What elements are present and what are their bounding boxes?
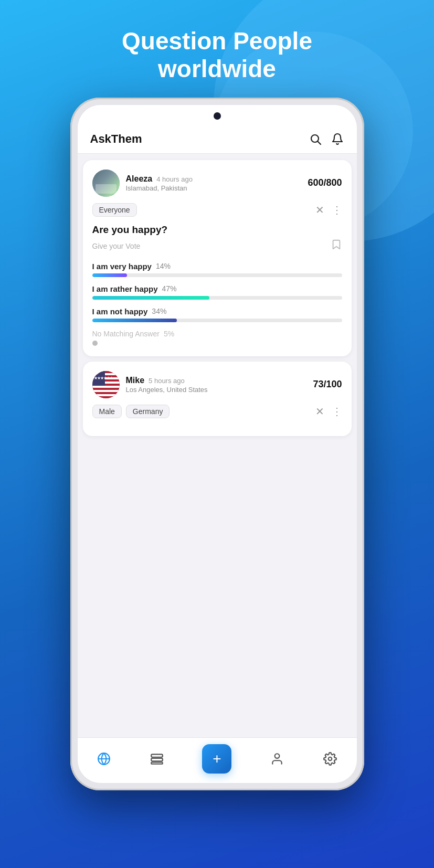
option-percent-1-1: 14% [156, 262, 171, 270]
user-name-1: Aleeza [126, 174, 153, 184]
tag-male[interactable]: Male [92, 405, 122, 418]
user-name-2: Mike [126, 376, 145, 385]
poll-options-1: I am very happy 14% I am rather happy 47… [92, 262, 342, 346]
progress-fill-1-2 [92, 296, 210, 300]
nav-profile[interactable] [270, 751, 284, 766]
user-location-2: Los Angeles, United States [126, 386, 208, 394]
nav-settings[interactable] [323, 751, 337, 766]
card-tags-1: Everyone ✕ ⋮ [92, 203, 342, 217]
card-header-1: Aleeza 4 hours ago Islamabad, Pakistan 6… [92, 170, 342, 197]
poll-option-1-3[interactable]: I am not happy 34% [92, 307, 342, 322]
settings-icon [323, 751, 337, 766]
no-match-percent: 5% [164, 330, 174, 338]
app-title: AskThem [90, 132, 142, 146]
globe-icon [97, 751, 111, 766]
add-button[interactable]: + [202, 744, 231, 774]
user-meta-2: Mike 5 hours ago Los Angeles, United Sta… [126, 376, 208, 394]
progress-bar-1-2 [92, 296, 342, 300]
svg-rect-4 [151, 754, 163, 757]
bell-icon[interactable] [331, 132, 344, 146]
avatar-aleeza [92, 170, 120, 197]
close-button-2[interactable]: ✕ [315, 405, 324, 418]
camera-notch [214, 112, 221, 120]
user-location-1: Islamabad, Pakistan [126, 184, 193, 192]
nav-add[interactable]: + [202, 744, 231, 774]
poll-card-2: ★★★★★★★★★ Mike 5 hours ago Los Angeles, … [83, 362, 352, 436]
progress-fill-1-1 [92, 273, 128, 277]
no-match-dot [92, 341, 98, 346]
cards-icon [150, 751, 164, 766]
bookmark-icon-1[interactable] [331, 239, 342, 253]
progress-bar-1-3 [92, 319, 342, 322]
vote-count-2: 73/100 [313, 379, 342, 390]
svg-line-1 [317, 141, 321, 144]
more-button-2[interactable]: ⋮ [332, 405, 342, 418]
nav-cards[interactable] [150, 751, 164, 766]
nav-globe[interactable] [97, 751, 111, 766]
user-meta-1: Aleeza 4 hours ago Islamabad, Pakistan [126, 174, 193, 192]
svg-point-8 [329, 757, 332, 761]
user-info-1: Aleeza 4 hours ago Islamabad, Pakistan [92, 170, 193, 197]
vote-count-1: 600/800 [308, 177, 342, 188]
search-icon[interactable] [309, 132, 322, 146]
header-icons [309, 132, 344, 146]
poll-option-1-2[interactable]: I am rather happy 47% [92, 284, 342, 300]
user-info-2: ★★★★★★★★★ Mike 5 hours ago Los Angeles, … [92, 371, 208, 398]
no-match-option: No Matching Answer 5% [92, 330, 342, 346]
phone-frame: AskThem [70, 98, 364, 790]
svg-rect-6 [151, 762, 163, 764]
more-button-1[interactable]: ⋮ [332, 204, 342, 216]
poll-option-1-1[interactable]: I am very happy 14% [92, 262, 342, 277]
feed: Aleeza 4 hours ago Islamabad, Pakistan 6… [78, 154, 357, 737]
tag-germany[interactable]: Germany [126, 405, 170, 418]
poll-question-1: Are you happy? [92, 224, 342, 236]
option-label-1-2: I am rather happy [92, 284, 158, 293]
poll-subtext-label: Give your Vote [92, 242, 141, 250]
option-label-1-1: I am very happy [92, 262, 152, 271]
card-header-2: ★★★★★★★★★ Mike 5 hours ago Los Angeles, … [92, 371, 342, 398]
option-percent-1-2: 47% [162, 284, 177, 293]
svg-point-7 [275, 754, 280, 758]
card-tags-2: Male Germany ✕ ⋮ [92, 405, 342, 418]
poll-card-1: Aleeza 4 hours ago Islamabad, Pakistan 6… [83, 160, 352, 356]
close-button-1[interactable]: ✕ [315, 204, 324, 216]
option-label-1-3: I am not happy [92, 307, 148, 316]
time-ago-2: 5 hours ago [149, 377, 185, 385]
time-ago-1: 4 hours ago [156, 175, 193, 183]
bottom-nav: + [78, 737, 357, 783]
tag-everyone[interactable]: Everyone [92, 203, 137, 217]
progress-fill-1-3 [92, 319, 177, 322]
no-match-label: No Matching Answer [92, 330, 160, 338]
page-headline: Question People worldwide [101, 27, 333, 83]
avatar-mike: ★★★★★★★★★ [92, 371, 120, 398]
poll-subtext-1: Give your Vote [92, 239, 342, 253]
profile-icon [270, 751, 284, 766]
phone-screen: AskThem [78, 105, 357, 783]
option-percent-1-3: 34% [152, 307, 166, 315]
progress-bar-1-1 [92, 273, 342, 277]
svg-rect-5 [151, 758, 163, 761]
